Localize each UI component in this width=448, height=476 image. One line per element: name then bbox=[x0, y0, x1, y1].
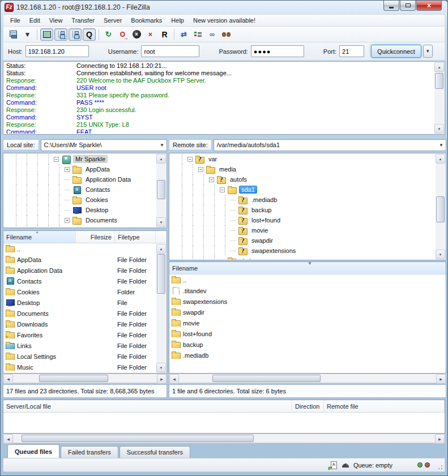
queue-column-header-remote-file[interactable]: Remote file bbox=[324, 400, 445, 412]
port-input[interactable] bbox=[339, 45, 364, 57]
remote-tree-scrollbar[interactable]: ▲ ▼ bbox=[436, 154, 445, 259]
remote-file-row-lost-found[interactable]: lost+found bbox=[169, 328, 446, 339]
tree-expander-icon[interactable]: − bbox=[220, 187, 225, 192]
scroll-down-icon[interactable]: ▼ bbox=[156, 363, 166, 372]
tab-queued-files[interactable]: Queued files bbox=[7, 444, 59, 458]
password-input[interactable] bbox=[251, 45, 304, 57]
column-header-filename[interactable]: Filename▲ bbox=[3, 231, 76, 243]
refresh-button[interactable]: ↻ bbox=[102, 28, 115, 41]
local-file-row-contacts[interactable]: ContactsFile Folder bbox=[3, 276, 157, 286]
speed-limits-icon[interactable] bbox=[341, 461, 350, 470]
quickconnect-dropdown[interactable]: ▼ bbox=[423, 45, 433, 58]
local-list-scrollbar[interactable]: ▲ ▼ bbox=[156, 244, 166, 372]
menu-item-bookmarks[interactable]: Bookmarks bbox=[126, 16, 167, 25]
remote-file-row-movie[interactable]: movie bbox=[169, 318, 446, 328]
reconnect-button[interactable]: R bbox=[158, 28, 171, 41]
remote-tree-item-media[interactable]: −media bbox=[170, 164, 435, 174]
local-tree-item-application-data[interactable]: Application Data bbox=[4, 174, 156, 185]
tree-expander-icon[interactable]: + bbox=[65, 167, 70, 172]
remote-file-row-[interactable]: .. bbox=[169, 275, 446, 285]
local-file-row-links[interactable]: LinksFile Folder bbox=[3, 340, 157, 351]
splitter-collapse-icon[interactable]: ▼ bbox=[308, 261, 312, 266]
remote-site-combo[interactable]: /var/media/autofs/sda1 ▼ bbox=[214, 139, 446, 151]
toggle-message-log-button[interactable] bbox=[40, 28, 53, 41]
local-file-row-cookies[interactable]: CookiesFolder bbox=[3, 286, 157, 297]
compare-directories-button[interactable]: ⇄ bbox=[177, 28, 190, 41]
local-file-row-local-settings[interactable]: Local SettingsFile Folder bbox=[3, 351, 157, 362]
menu-item-view[interactable]: View bbox=[45, 16, 67, 25]
remote-tree-item-autofs[interactable]: −?autofs bbox=[170, 174, 435, 185]
queue-horizontal-scrollbar[interactable]: ◀ ▶ bbox=[3, 434, 445, 443]
remote-file-row-swapdir[interactable]: swapdir bbox=[169, 307, 446, 318]
menu-item-help[interactable]: Help bbox=[167, 16, 189, 25]
scroll-up-icon[interactable]: ▲ bbox=[434, 62, 444, 72]
chevron-down-icon[interactable]: ▼ bbox=[160, 143, 164, 148]
local-tree-item-downloads[interactable]: +↓Downloads bbox=[4, 225, 156, 227]
quickconnect-button[interactable]: Quickconnect bbox=[371, 45, 421, 58]
scroll-left-icon[interactable]: ◀ bbox=[3, 434, 13, 444]
scroll-right-icon[interactable]: ▶ bbox=[436, 374, 446, 384]
tab-failed-transfers[interactable]: Failed transfers bbox=[61, 446, 118, 458]
menu-item-file[interactable]: File bbox=[6, 16, 25, 25]
remote-file-row-mediadb[interactable]: .mediadb bbox=[169, 350, 446, 361]
remote-file-row-titandev[interactable]: .titandev bbox=[169, 285, 446, 296]
local-tree-item-mr-sparkle[interactable]: −Mr Sparkle bbox=[4, 154, 156, 164]
local-site-combo[interactable]: C:\Users\Mr Sparkle\ ▼ bbox=[41, 139, 167, 151]
remote-tree-item-backup[interactable]: ?backup bbox=[170, 205, 435, 215]
queue-column-header-direction[interactable]: Direction bbox=[292, 400, 324, 412]
local-tree-scrollbar[interactable]: ▲ ▼ bbox=[156, 154, 166, 227]
disconnect-button[interactable]: × bbox=[144, 28, 157, 41]
local-tree-item-cookies[interactable]: Cookies bbox=[4, 195, 156, 205]
toggle-queue-button[interactable]: Q bbox=[83, 28, 96, 41]
remote-tree-item-movie[interactable]: ?movie bbox=[170, 225, 435, 235]
local-tree-item-appdata[interactable]: +AppData bbox=[4, 164, 156, 174]
local-file-row-downloads[interactable]: ↓DownloadsFile Folder bbox=[3, 319, 157, 329]
menu-item-transfer[interactable]: Transfer bbox=[67, 16, 99, 25]
queue-column-header-server-local-file[interactable]: Server/Local file bbox=[3, 400, 292, 412]
local-file-row-desktop[interactable]: DesktopFile bbox=[3, 297, 157, 308]
column-header-filesize[interactable]: Filesize bbox=[76, 231, 115, 243]
local-file-row-[interactable]: .. bbox=[3, 243, 157, 254]
local-file-row-favorites[interactable]: ★FavoritesFile Folder bbox=[3, 329, 157, 340]
process-queue-button[interactable]: O bbox=[116, 28, 129, 41]
scroll-down-icon[interactable]: ▼ bbox=[434, 124, 444, 134]
menu-item-server[interactable]: Server bbox=[99, 16, 126, 25]
scroll-down-icon[interactable]: ▼ bbox=[156, 217, 166, 227]
chevron-down-icon[interactable]: ▼ bbox=[439, 143, 443, 148]
close-button[interactable]: × bbox=[416, 1, 442, 11]
local-horizontal-scrollbar[interactable]: ◀ ▶ bbox=[3, 374, 167, 383]
cancel-operation-button[interactable]: × bbox=[130, 28, 143, 41]
remote-horizontal-scrollbar[interactable]: ◀ ▶ bbox=[169, 374, 446, 383]
menu-item-new-version-available[interactable]: New version available! bbox=[189, 16, 260, 25]
remote-tree-item-swapdir[interactable]: ?swapdir bbox=[170, 235, 435, 246]
local-file-row-appdata[interactable]: AppDataFile Folder bbox=[3, 254, 157, 265]
remote-file-row-swapextensions[interactable]: swapextensions bbox=[169, 296, 446, 307]
minimize-button[interactable] bbox=[383, 1, 399, 11]
local-file-row-application-data[interactable]: Application DataFile Folder bbox=[3, 265, 157, 276]
directory-listing-filters-button[interactable] bbox=[191, 28, 204, 41]
tree-expander-icon[interactable]: − bbox=[187, 157, 193, 162]
scroll-right-icon[interactable]: ▶ bbox=[157, 374, 167, 384]
toggle-remote-tree-button[interactable]: F bbox=[69, 28, 82, 41]
tree-expander-icon[interactable]: − bbox=[198, 167, 203, 172]
synchronized-browsing-button[interactable]: ∞ bbox=[206, 28, 219, 41]
toggle-local-tree-button[interactable]: L bbox=[54, 28, 67, 41]
tab-successful-transfers[interactable]: Successful transfers bbox=[120, 446, 190, 458]
remote-tree-item-var[interactable]: −?var bbox=[170, 154, 435, 164]
site-manager-button[interactable] bbox=[7, 28, 20, 41]
tree-expander-icon[interactable]: + bbox=[65, 218, 70, 223]
find-files-button[interactable] bbox=[220, 28, 233, 41]
transfer-type-icon[interactable] bbox=[328, 461, 338, 470]
menu-item-edit[interactable]: Edit bbox=[25, 16, 45, 25]
column-header-filetype[interactable]: Filetype bbox=[115, 231, 156, 243]
tree-expander-icon[interactable]: − bbox=[209, 177, 214, 182]
remote-tree-item-mediadb[interactable]: ?.mediadb bbox=[170, 195, 435, 205]
resize-grip[interactable] bbox=[437, 464, 443, 470]
local-tree-item-contacts[interactable]: Contacts bbox=[4, 185, 156, 195]
local-tree-item-documents[interactable]: +Documents bbox=[4, 215, 156, 225]
local-file-row-documents[interactable]: DocumentsFile Folder bbox=[3, 308, 157, 319]
scroll-up-icon[interactable]: ▲ bbox=[156, 154, 166, 164]
message-log-scrollbar[interactable]: ▲ ▼ bbox=[434, 62, 444, 134]
site-manager-dropdown[interactable]: ▼ bbox=[21, 28, 34, 41]
scroll-down-icon[interactable]: ▼ bbox=[436, 250, 445, 259]
